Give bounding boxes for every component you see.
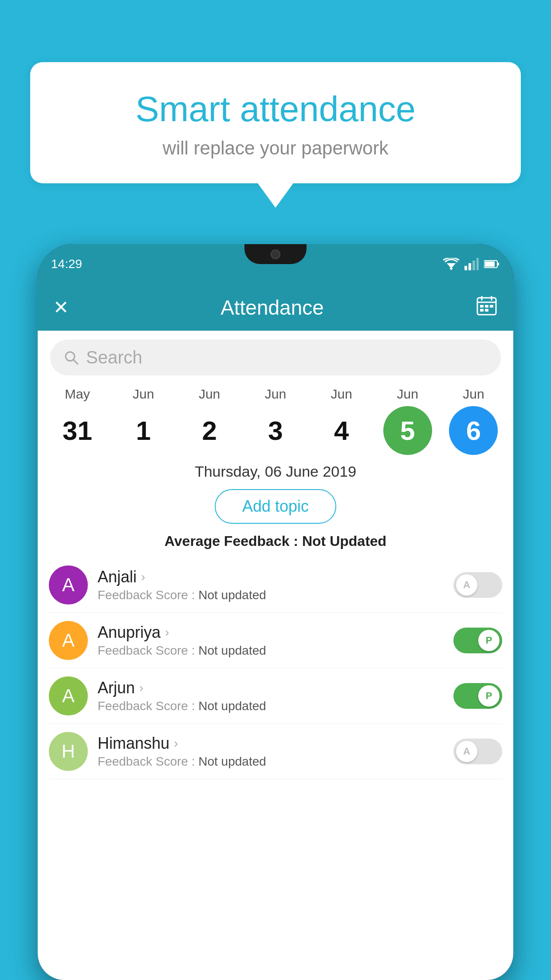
cal-date: 5 xyxy=(383,406,432,455)
attendance-toggle[interactable]: A xyxy=(453,739,502,764)
cal-date: 6 xyxy=(449,406,498,455)
header-title: Attendance xyxy=(220,296,324,320)
student-info: Arjun ›Feedback Score : Not updated xyxy=(98,679,444,713)
student-feedback: Feedback Score : Not updated xyxy=(98,755,444,769)
cal-date: 3 xyxy=(251,406,300,455)
svg-rect-14 xyxy=(485,305,488,308)
student-item[interactable]: AArjun ›Feedback Score : Not updatedP xyxy=(49,668,502,724)
cal-date: 4 xyxy=(317,406,366,455)
toggle-circle: A xyxy=(456,741,477,762)
calendar-day[interactable]: Jun3 xyxy=(247,387,304,455)
signal-icon xyxy=(464,258,479,270)
speech-bubble-container: Smart attendance will replace your paper… xyxy=(30,62,521,208)
student-name: Anjali › xyxy=(98,568,444,586)
phone-frame: 14:29 xyxy=(38,244,513,980)
student-item[interactable]: HHimanshu ›Feedback Score : Not updatedA xyxy=(49,724,502,779)
avatar: A xyxy=(49,621,88,660)
svg-rect-5 xyxy=(476,258,479,270)
status-bar: 14:29 xyxy=(38,244,513,284)
cal-month: Jun xyxy=(331,387,352,402)
average-feedback: Average Feedback : Not Updated xyxy=(38,530,513,557)
chevron-icon: › xyxy=(165,625,169,640)
student-item[interactable]: AAnjali ›Feedback Score : Not updatedA xyxy=(49,557,502,613)
speech-bubble: Smart attendance will replace your paper… xyxy=(30,62,521,183)
student-info: Anupriya ›Feedback Score : Not updated xyxy=(98,623,444,658)
student-feedback: Feedback Score : Not updated xyxy=(98,699,444,713)
avg-feedback-value: Not Updated xyxy=(302,533,386,549)
speech-bubble-title: Smart attendance xyxy=(52,89,499,130)
svg-rect-2 xyxy=(464,266,467,270)
student-item[interactable]: AAnupriya ›Feedback Score : Not updatedP xyxy=(49,613,502,668)
cal-date: 31 xyxy=(53,406,102,455)
notch xyxy=(244,244,307,264)
battery-icon xyxy=(484,260,500,269)
student-feedback: Feedback Score : Not updated xyxy=(98,644,444,658)
cal-month: Jun xyxy=(133,387,154,402)
speech-bubble-subtitle: will replace your paperwork xyxy=(52,138,499,159)
student-feedback: Feedback Score : Not updated xyxy=(98,588,444,602)
search-icon xyxy=(63,350,79,366)
cal-date: 2 xyxy=(185,406,234,455)
status-time: 14:29 xyxy=(51,257,82,271)
svg-rect-4 xyxy=(472,261,475,270)
close-button[interactable]: ✕ xyxy=(53,296,69,318)
avatar: A xyxy=(49,676,88,715)
chevron-icon: › xyxy=(139,681,143,695)
svg-rect-16 xyxy=(480,309,484,312)
wifi-icon xyxy=(443,258,459,270)
status-icons xyxy=(443,258,500,270)
cal-month: Jun xyxy=(397,387,418,402)
speech-bubble-tail xyxy=(258,183,293,208)
calendar-row: May31Jun1Jun2Jun3Jun4Jun5Jun6 xyxy=(38,382,513,455)
avatar: H xyxy=(49,732,88,771)
cal-month: Jun xyxy=(199,387,220,402)
svg-rect-15 xyxy=(490,305,493,308)
avg-feedback-label: Average Feedback : xyxy=(165,533,298,549)
calendar-day[interactable]: May31 xyxy=(48,387,106,455)
search-input-wrapper[interactable]: Search xyxy=(50,340,501,375)
svg-rect-8 xyxy=(485,261,495,267)
student-name: Himanshu › xyxy=(98,734,444,753)
calendar-icon xyxy=(476,294,498,316)
svg-rect-7 xyxy=(497,263,499,265)
chevron-icon: › xyxy=(141,570,145,584)
attendance-toggle[interactable]: P xyxy=(453,683,502,709)
phone-content: Search May31Jun1Jun2Jun3Jun4Jun5Jun6 Thu… xyxy=(38,331,513,980)
add-topic-container: Add topic xyxy=(38,486,513,530)
student-name: Anupriya › xyxy=(98,623,444,642)
calendar-day[interactable]: Jun4 xyxy=(313,387,370,455)
calendar-day[interactable]: Jun2 xyxy=(181,387,238,455)
attendance-toggle[interactable]: A xyxy=(453,572,502,598)
cal-month: May xyxy=(65,387,90,402)
cal-month: Jun xyxy=(265,387,286,402)
avatar: A xyxy=(49,565,88,605)
app-header: ✕ Attendance xyxy=(38,284,513,331)
search-input[interactable]: Search xyxy=(86,348,142,368)
svg-rect-3 xyxy=(468,263,471,270)
chevron-icon: › xyxy=(174,736,178,751)
search-bar: Search xyxy=(38,331,513,382)
selected-date: Thursday, 06 June 2019 xyxy=(38,455,513,486)
svg-line-19 xyxy=(73,360,78,364)
student-info: Anjali ›Feedback Score : Not updated xyxy=(98,568,444,602)
svg-marker-0 xyxy=(447,263,456,269)
svg-rect-13 xyxy=(480,305,484,308)
notch-camera xyxy=(271,249,280,259)
toggle-circle: P xyxy=(478,685,500,707)
add-topic-button[interactable]: Add topic xyxy=(215,489,336,524)
toggle-circle: A xyxy=(456,574,477,596)
svg-marker-1 xyxy=(449,268,453,270)
calendar-day[interactable]: Jun6 xyxy=(445,387,502,455)
student-name: Arjun › xyxy=(98,679,444,697)
toggle-circle: P xyxy=(478,630,500,651)
svg-rect-17 xyxy=(485,309,488,312)
attendance-toggle[interactable]: P xyxy=(453,628,502,653)
cal-month: Jun xyxy=(463,387,484,402)
cal-date: 1 xyxy=(119,406,168,455)
calendar-button[interactable] xyxy=(476,294,498,321)
student-info: Himanshu ›Feedback Score : Not updated xyxy=(98,734,444,769)
calendar-day[interactable]: Jun5 xyxy=(379,387,437,455)
calendar-day[interactable]: Jun1 xyxy=(114,387,172,455)
student-list: AAnjali ›Feedback Score : Not updatedAAA… xyxy=(38,557,513,779)
